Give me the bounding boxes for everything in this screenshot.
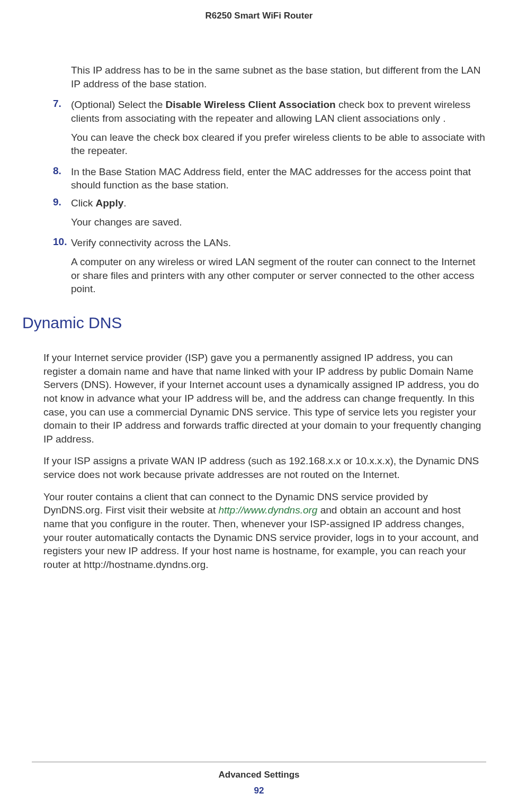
step-7-follow: You can leave the check box cleared if y… [71, 131, 486, 158]
step-9: 9. Click Apply. [53, 196, 486, 210]
step-7: 7. (Optional) Select the Disable Wireles… [53, 98, 486, 125]
step-text-10: Verify connectivity across the LANs. [71, 236, 231, 250]
step-7-pre: (Optional) Select the [71, 99, 165, 110]
step-8: 8. In the Base Station MAC Address field… [53, 165, 486, 192]
step-9-post: . [123, 197, 126, 209]
footer-page-number: 92 [0, 786, 518, 796]
footer-section-name: Advanced Settings [0, 770, 518, 780]
step-number-10: 10. [53, 236, 71, 250]
step-text-7: (Optional) Select the Disable Wireless C… [71, 98, 486, 125]
dyndns-link[interactable]: http://www.dyndns.org [218, 504, 317, 516]
page-header-title: R6250 Smart WiFi Router [32, 11, 486, 21]
step-text-9: Click Apply. [71, 196, 127, 210]
step-10-follow: A computer on any wireless or wired LAN … [71, 255, 486, 296]
step-9-follow: Your changes are saved. [71, 215, 486, 229]
intro-text: This IP address has to be in the same su… [71, 64, 486, 91]
step-9-pre: Click [71, 197, 95, 209]
section-paragraph-1: If your Internet service provider (ISP) … [43, 351, 486, 446]
step-number-7: 7. [53, 98, 71, 125]
step-9-bold: Apply [95, 197, 123, 209]
step-text-8: In the Base Station MAC Address field, e… [71, 165, 486, 192]
step-10: 10. Verify connectivity across the LANs. [53, 236, 486, 250]
step-number-8: 8. [53, 165, 71, 192]
step-7-bold: Disable Wireless Client Association [165, 99, 335, 110]
footer-divider [32, 762, 486, 762]
step-number-9: 9. [53, 196, 71, 210]
page-footer: Advanced Settings 92 [0, 762, 518, 796]
section-paragraph-3: Your router contains a client that can c… [43, 490, 486, 572]
section-heading-dynamic-dns: Dynamic DNS [22, 314, 486, 332]
section-paragraph-2: If your ISP assigns a private WAN IP add… [43, 454, 486, 481]
